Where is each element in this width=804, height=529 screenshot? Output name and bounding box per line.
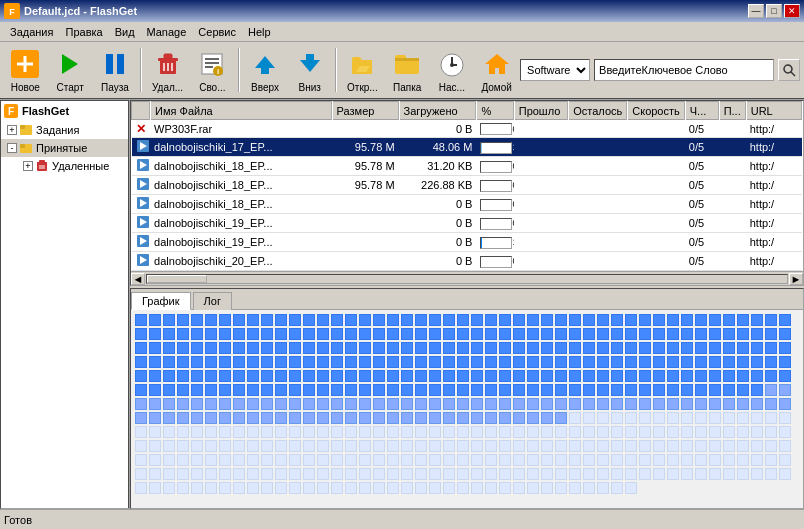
table-row[interactable]: dalnobojischiki_17_EP...95.78 M48.06 M1%… (132, 138, 803, 157)
grid-cell (737, 342, 749, 354)
sidebar-item-tasks[interactable]: + Задания (1, 121, 128, 139)
tab-log[interactable]: Лог (193, 292, 232, 310)
toolbar-folder-button[interactable]: Папка (386, 44, 429, 96)
tab-graph-content (131, 310, 803, 508)
grid-cell (681, 356, 693, 368)
row-icon-cell (132, 157, 151, 176)
grid-cell (499, 314, 511, 326)
grid-cell (639, 398, 651, 410)
grid-cell (429, 398, 441, 410)
grid-cell (219, 342, 231, 354)
title-controls[interactable]: — □ ✕ (748, 4, 800, 18)
menu-tools[interactable]: Сервис (192, 24, 242, 40)
toolbar-schedule-button[interactable]: Нас... (431, 44, 474, 96)
col-p-header[interactable]: П... (719, 102, 746, 120)
status-bar: Готов (0, 509, 804, 529)
expand-tasks[interactable]: + (7, 125, 17, 135)
toolbar-open-button[interactable]: Откр... (341, 44, 384, 96)
tab-graph[interactable]: График (131, 292, 191, 310)
grid-cell (219, 314, 231, 326)
grid-cell (597, 384, 609, 396)
row-url: http:/ (746, 120, 802, 138)
grid-cell (331, 454, 343, 466)
minimize-button[interactable]: — (748, 4, 764, 18)
svg-text:i: i (217, 67, 219, 76)
grid-cell (779, 468, 791, 480)
toolbar-properties-button[interactable]: i Сво... (191, 44, 234, 96)
col-percent-header[interactable]: % (476, 102, 513, 120)
expand-deleted[interactable]: + (23, 161, 33, 171)
col-downloaded-header[interactable]: Загружено (399, 102, 477, 120)
expand-received[interactable]: - (7, 143, 17, 153)
toolbar-start-button[interactable]: Старт (49, 44, 92, 96)
table-row[interactable]: dalnobojischiki_20_EP...0 B0%0/5http:/ (132, 252, 803, 271)
col-url-header[interactable]: URL (746, 102, 802, 120)
col-speed-header[interactable]: Скорость (627, 102, 685, 120)
table-row[interactable]: dalnobojischiki_18_EP...95.78 M226.88 KB… (132, 176, 803, 195)
row-percent: 0% (476, 214, 513, 233)
row-p (719, 214, 746, 233)
col-name-header[interactable]: Имя Файла (150, 102, 331, 120)
scroll-right-btn[interactable]: ► (789, 273, 803, 285)
col-ch-header[interactable]: Ч... (685, 102, 719, 120)
menu-tasks[interactable]: Задания (4, 24, 59, 40)
toolbar-delete-button[interactable]: Удал... (146, 44, 189, 96)
close-button[interactable]: ✕ (784, 4, 800, 18)
category-dropdown[interactable]: SoftwareGamesMusicVideo (520, 59, 590, 81)
grid-cell (625, 468, 637, 480)
file-list-wrapper[interactable]: Имя Файла Размер Загружено % Прошло Оста… (131, 101, 803, 271)
grid-cell (135, 314, 147, 326)
sidebar-root-flashget[interactable]: F FlashGet (1, 101, 128, 121)
col-remaining-header[interactable]: Осталось (568, 102, 627, 120)
grid-cell (723, 440, 735, 452)
grid-cell (401, 468, 413, 480)
menu-help[interactable]: Help (242, 24, 277, 40)
table-row[interactable]: dalnobojischiki_19_EP...0 B1%0/5http:/ (132, 233, 803, 252)
grid-cell (653, 454, 665, 466)
horizontal-scrollbar[interactable]: ◄ ► (131, 271, 803, 285)
row-speed (627, 195, 685, 214)
table-row[interactable]: dalnobojischiki_18_EP...95.78 M31.20 KB0… (132, 157, 803, 176)
toolbar-down-label: Вниз (299, 82, 321, 93)
search-button[interactable] (778, 59, 800, 81)
grid-cell (639, 314, 651, 326)
grid-cell (317, 384, 329, 396)
menu-bar: Задания Правка Вид Manage Сервис Help (0, 22, 804, 42)
menu-view[interactable]: Вид (109, 24, 141, 40)
table-row[interactable]: dalnobojischiki_19_EP...0 B0%0/5http:/ (132, 214, 803, 233)
grid-cell (541, 440, 553, 452)
grid-cell (597, 314, 609, 326)
col-elapsed-header[interactable]: Прошло (514, 102, 569, 120)
scroll-left-btn[interactable]: ◄ (131, 273, 145, 285)
table-row[interactable]: dalnobojischiki_18_EP...0 B0%0/5http:/ (132, 195, 803, 214)
grid-cell (261, 454, 273, 466)
col-status-header[interactable] (132, 102, 151, 120)
toolbar-up-button[interactable]: Вверх (244, 44, 287, 96)
search-input[interactable] (594, 59, 774, 81)
sidebar-deleted-label: Удаленные (52, 160, 109, 172)
sidebar-item-received[interactable]: - Принятые (1, 139, 128, 157)
grid-cell (359, 342, 371, 354)
maximize-button[interactable]: □ (766, 4, 782, 18)
toolbar-properties-label: Сво... (199, 82, 225, 93)
row-downloaded: 0 B (399, 252, 477, 271)
menu-edit[interactable]: Правка (59, 24, 108, 40)
grid-cell (443, 454, 455, 466)
grid-cell (471, 398, 483, 410)
table-row[interactable]: ✕WP303F.rar0 B0%0/5http:/ (132, 120, 803, 138)
grid-cell (723, 384, 735, 396)
grid-cell (247, 440, 259, 452)
grid-cell (471, 482, 483, 494)
grid-cell (499, 398, 511, 410)
grid-cell (555, 482, 567, 494)
grid-cell (597, 440, 609, 452)
toolbar-home-button[interactable]: Домой (475, 44, 518, 96)
scrollbar-thumb[interactable] (147, 275, 207, 283)
toolbar-new-button[interactable]: Новое (4, 44, 47, 96)
col-size-header[interactable]: Размер (332, 102, 399, 120)
menu-manage[interactable]: Manage (141, 24, 193, 40)
sidebar-item-deleted[interactable]: + Удаленные (1, 157, 128, 175)
toolbar-down-button[interactable]: Вниз (288, 44, 331, 96)
grid-cell (765, 342, 777, 354)
toolbar-pause-button[interactable]: Пауза (94, 44, 137, 96)
